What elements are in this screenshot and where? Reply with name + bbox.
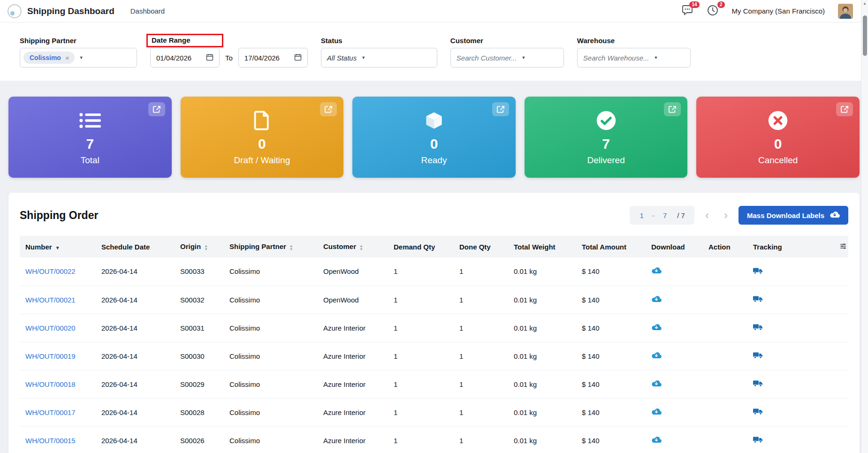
sort-icon: ▲▼: [359, 244, 363, 251]
cloud-download-icon: [651, 296, 662, 304]
order-number-link[interactable]: WH/OUT/00017: [25, 408, 76, 416]
spacer-cell: [804, 398, 848, 426]
stat-card-ready[interactable]: 0 Ready: [352, 97, 516, 178]
date-to-input[interactable]: 17/04/2026: [238, 48, 308, 68]
date-from-input[interactable]: 01/04/2026: [150, 48, 220, 68]
external-link-icon[interactable]: [664, 102, 681, 116]
col-schedule-date[interactable]: Schedule Date: [96, 236, 175, 257]
remove-tag-icon[interactable]: ×: [65, 54, 69, 61]
tracking-button[interactable]: [747, 370, 804, 398]
shipping-partner-select[interactable]: Colissimo × ▼: [20, 48, 137, 68]
stat-value: 0: [258, 136, 266, 152]
scrollbar-thumb[interactable]: [863, 15, 867, 56]
col-done-qty[interactable]: Done Qty: [454, 236, 508, 257]
navbar-right: 14 2 My Company (San Francisco): [681, 4, 853, 19]
user-avatar[interactable]: [838, 4, 853, 19]
stat-card-draft-waiting[interactable]: 0 Draft / Waiting: [181, 97, 344, 178]
col-options[interactable]: [804, 236, 848, 257]
download-label-button[interactable]: [646, 314, 703, 342]
list-icon: [79, 109, 101, 132]
col-demand-qty[interactable]: Demand Qty: [388, 236, 454, 257]
tracking-button[interactable]: [747, 342, 804, 370]
order-number-link[interactable]: WH/OUT/00018: [25, 380, 76, 388]
stat-card-total[interactable]: 7 Total: [8, 97, 172, 178]
filter-shipping-partner: Shipping Partner Colissimo × ▼: [20, 33, 137, 68]
tracking-button[interactable]: [747, 314, 804, 342]
table-row: WH/OUT/00022 2026-04-14 S00033 Colissimo…: [20, 257, 848, 286]
download-label-button[interactable]: [646, 257, 703, 286]
status-select[interactable]: All Status ▼: [321, 48, 437, 68]
mass-download-labels-button[interactable]: Mass Download Labels: [739, 206, 848, 225]
shipping-partner-label: Shipping Partner: [20, 37, 76, 45]
warehouse-search-input[interactable]: Search Warehouse... ▼: [577, 48, 691, 68]
truck-icon: [753, 268, 763, 276]
done-qty-cell: 1: [454, 342, 508, 370]
total-weight-cell: 0.01 kg: [508, 398, 576, 426]
scroll-up-icon[interactable]: ▲: [863, 1, 867, 6]
nav-item-dashboard[interactable]: Dashboard: [130, 7, 165, 15]
total-weight-cell: 0.01 kg: [508, 426, 576, 453]
order-number-link[interactable]: WH/OUT/00022: [25, 267, 76, 275]
tracking-button[interactable]: [747, 286, 804, 314]
demand-qty-cell: 1: [388, 370, 454, 398]
truck-icon: [753, 408, 763, 416]
col-total-amount[interactable]: Total Amount: [576, 236, 646, 257]
stat-card-delivered[interactable]: 7 Delivered: [525, 97, 688, 178]
order-number-link[interactable]: WH/OUT/00021: [25, 296, 76, 304]
clock-icon: [707, 5, 718, 18]
pagination-start[interactable]: 1: [634, 211, 649, 219]
col-total-weight[interactable]: Total Weight: [508, 236, 576, 257]
total-amount-cell: $ 140: [576, 342, 646, 370]
activities-button[interactable]: 2: [707, 5, 719, 17]
messages-button[interactable]: 14: [681, 5, 693, 17]
download-label-button[interactable]: [646, 286, 703, 314]
external-link-icon[interactable]: [320, 102, 337, 116]
cloud-download-icon: [830, 211, 840, 220]
download-label-button[interactable]: [646, 370, 703, 398]
stat-label: Total: [81, 155, 99, 166]
order-number-link[interactable]: WH/OUT/00015: [25, 437, 76, 445]
customer-search-input[interactable]: Search Customer... ▼: [450, 48, 564, 68]
schedule-date-cell: 2026-04-14: [96, 257, 175, 286]
tracking-button[interactable]: [747, 257, 804, 286]
top-navbar: Shipping Dashboard Dashboard 14 2 My Com…: [0, 0, 868, 23]
order-number-link[interactable]: WH/OUT/00019: [25, 352, 76, 360]
origin-cell: S00028: [175, 398, 224, 426]
pagination-next-icon[interactable]: ›: [720, 210, 732, 221]
tracking-button[interactable]: [747, 398, 804, 426]
stat-card-cancelled[interactable]: 0 Cancelled: [696, 97, 860, 178]
col-customer[interactable]: Customer▲▼: [318, 236, 388, 257]
company-switcher[interactable]: My Company (San Francisco): [732, 7, 825, 15]
external-link-icon[interactable]: [836, 102, 853, 116]
status-label: Status: [321, 37, 343, 45]
spacer-cell: [804, 426, 848, 453]
download-label-button[interactable]: [646, 426, 703, 453]
download-label-button[interactable]: [646, 398, 703, 426]
download-label-button[interactable]: [646, 342, 703, 370]
shipping-order-panel: Shipping Order 1 - 7 / 7 ‹ › Mass Downlo…: [8, 193, 860, 453]
stat-value: 7: [86, 136, 94, 152]
stat-label: Draft / Waiting: [234, 155, 290, 166]
schedule-date-cell: 2026-04-14: [96, 314, 175, 342]
pagination-end[interactable]: 7: [657, 211, 672, 219]
col-shipping-partner[interactable]: Shipping Partner▲▼: [224, 236, 318, 257]
col-number[interactable]: Number▼: [20, 236, 96, 257]
vertical-scrollbar[interactable]: ▲: [861, 0, 868, 453]
pagination-prev-icon[interactable]: ‹: [701, 210, 713, 221]
filter-date-range: Date Range 01/04/2026 To 17/04/2026: [150, 33, 308, 68]
tracking-button[interactable]: [747, 426, 804, 453]
order-number-link[interactable]: WH/OUT/00020: [25, 324, 76, 332]
chevron-down-icon: ▼: [522, 55, 526, 60]
external-link-icon[interactable]: [148, 102, 165, 116]
table-row: WH/OUT/00017 2026-04-14 S00028 Colissimo…: [20, 398, 848, 426]
date-range-inputs: 01/04/2026 To 17/04/2026: [150, 48, 308, 68]
demand-qty-cell: 1: [388, 314, 454, 342]
column-options-icon[interactable]: [840, 243, 846, 251]
col-origin[interactable]: Origin▲▼: [175, 236, 224, 257]
external-link-icon[interactable]: [492, 102, 509, 116]
demand-qty-cell: 1: [388, 398, 454, 426]
app-logo-icon[interactable]: [8, 4, 22, 18]
shipping-partner-cell: Colissimo: [224, 342, 318, 370]
done-qty-cell: 1: [454, 398, 508, 426]
customer-cell: Azure Interior: [318, 370, 388, 398]
